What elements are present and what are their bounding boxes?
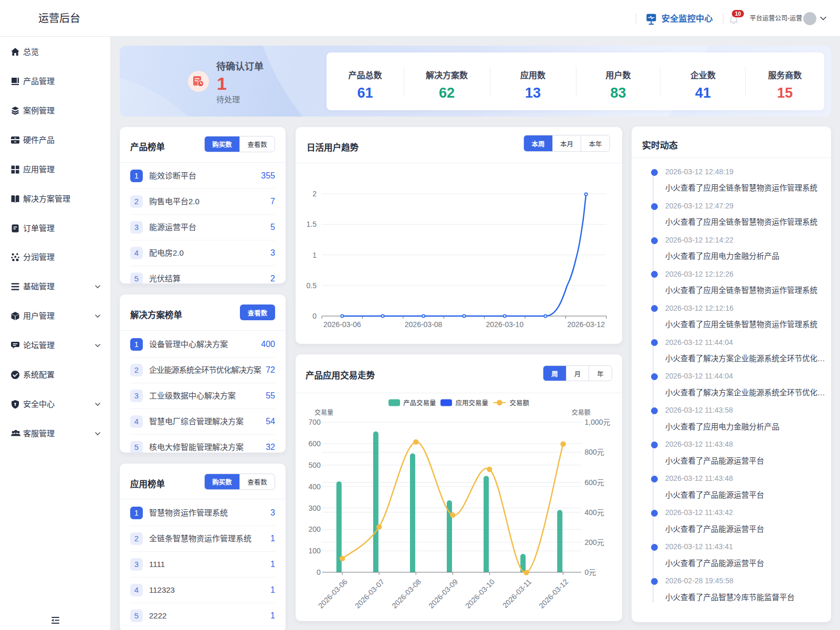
svg-text:2026-03-09: 2026-03-09	[427, 578, 459, 610]
svg-text:2026-03-12: 2026-03-12	[567, 320, 605, 329]
svg-text:800元: 800元	[585, 448, 604, 456]
svg-text:2026-03-06: 2026-03-06	[317, 578, 349, 610]
svg-text:0元: 0元	[585, 568, 596, 576]
svg-text:交易额: 交易额	[510, 399, 530, 407]
svg-text:2026-03-10: 2026-03-10	[486, 320, 524, 329]
svg-text:600: 600	[308, 439, 321, 448]
svg-text:200: 200	[308, 525, 321, 533]
svg-text:400: 400	[308, 482, 321, 491]
svg-text:1.5: 1.5	[307, 220, 317, 228]
svg-text:交易额: 交易额	[572, 408, 591, 416]
svg-text:2026-03-08: 2026-03-08	[390, 578, 423, 610]
svg-text:500: 500	[308, 461, 321, 469]
svg-text:400元: 400元	[585, 508, 604, 517]
svg-text:2: 2	[312, 190, 317, 198]
svg-text:2026-03-07: 2026-03-07	[353, 578, 386, 610]
svg-text:0: 0	[312, 312, 317, 320]
svg-text:1,000元: 1,000元	[585, 418, 611, 426]
svg-text:产品交易量: 产品交易量	[403, 399, 436, 407]
svg-text:100: 100	[308, 547, 321, 555]
svg-text:700: 700	[308, 418, 321, 426]
svg-text:2026-03-11: 2026-03-11	[501, 578, 533, 610]
svg-text:1: 1	[312, 251, 317, 259]
svg-text:2026-03-10: 2026-03-10	[464, 578, 496, 610]
svg-text:200元: 200元	[585, 538, 604, 547]
svg-text:2026-03-08: 2026-03-08	[405, 320, 443, 329]
svg-text:交易量: 交易量	[314, 408, 333, 416]
svg-text:600元: 600元	[585, 478, 604, 487]
svg-text:0.5: 0.5	[307, 281, 317, 290]
svg-text:应用交易量: 应用交易量	[456, 399, 489, 407]
svg-text:2026-03-06: 2026-03-06	[323, 320, 361, 329]
svg-text:0: 0	[317, 568, 321, 576]
svg-text:2026-03-12: 2026-03-12	[537, 578, 570, 610]
svg-text:300: 300	[308, 504, 321, 512]
